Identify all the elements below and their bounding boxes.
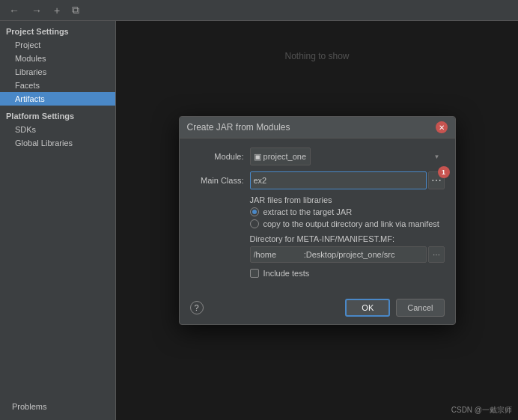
radio-copy[interactable]: copy to the output directory and link vi… (250, 219, 445, 228)
main-class-row: Main Class: ⋯ 1 (190, 171, 445, 189)
sidebar-item-artifacts[interactable]: Artifacts (0, 92, 115, 106)
directory-input[interactable] (250, 246, 427, 263)
dialog-close-button[interactable]: ✕ (436, 121, 448, 133)
main-layout: Project Settings Project Modules Librari… (0, 21, 518, 420)
dialog-body: Module: ▣ project_one Main Class: ⋯ 1 (180, 139, 455, 294)
platform-settings-header: Platform Settings (0, 106, 115, 123)
sidebar-item-global-libraries[interactable]: Global Libraries (0, 136, 115, 150)
back-button[interactable]: ← (6, 3, 22, 18)
ok-button[interactable]: OK (345, 299, 390, 317)
sidebar: Project Settings Project Modules Librari… (0, 21, 116, 420)
badge-1: 1 (438, 166, 450, 178)
toolbar: ← → + ⧉ (0, 0, 518, 21)
sidebar-bottom: Problems (0, 393, 115, 420)
sidebar-item-problems[interactable]: Problems (6, 399, 109, 414)
modal-overlay: Create JAR from Modules ✕ Module: ▣ proj… (116, 21, 518, 420)
include-tests-checkbox[interactable] (250, 269, 259, 278)
include-tests-row[interactable]: Include tests (250, 269, 445, 278)
sidebar-item-libraries[interactable]: Libraries (0, 65, 115, 79)
copy-button[interactable]: ⧉ (69, 2, 82, 18)
dialog-footer: ? OK Cancel (180, 294, 455, 324)
main-class-input-wrapper: ⋯ 1 (250, 171, 445, 189)
content-area: Nothing to show Create JAR from Modules … (116, 21, 518, 420)
main-class-label: Main Class: (190, 176, 250, 185)
sidebar-item-facets[interactable]: Facets (0, 79, 115, 92)
sidebar-item-sdks[interactable]: SDKs (0, 123, 115, 136)
module-select-wrapper: ▣ project_one (250, 147, 445, 165)
dialog-title: Create JAR from Modules (187, 122, 290, 133)
main-class-browse-button[interactable]: ⋯ 1 (428, 171, 445, 189)
directory-row: ⋯ (250, 246, 445, 263)
add-button[interactable]: + (51, 3, 63, 18)
dir-browse-icon: ⋯ (433, 251, 440, 259)
directory-browse-button[interactable]: ⋯ (428, 246, 445, 263)
footer-buttons: OK Cancel (345, 299, 444, 317)
directory-label: Directory for META-INF/MANIFEST.MF: (250, 234, 445, 243)
radio-extract-label: extract to the target JAR (263, 207, 353, 216)
module-row: Module: ▣ project_one (190, 147, 445, 165)
sidebar-item-project[interactable]: Project (0, 38, 115, 52)
module-label: Module: (190, 152, 250, 161)
radio-group: extract to the target JAR copy to the ou… (250, 207, 445, 228)
radio-extract-dot[interactable] (250, 207, 259, 216)
radio-copy-dot[interactable] (250, 219, 259, 228)
forward-button[interactable]: → (28, 3, 45, 18)
jar-section-label: JAR files from libraries (250, 195, 445, 204)
main-class-input[interactable] (250, 171, 427, 189)
project-settings-header: Project Settings (0, 21, 115, 38)
sidebar-item-modules[interactable]: Modules (0, 52, 115, 65)
radio-extract[interactable]: extract to the target JAR (250, 207, 445, 216)
cancel-button[interactable]: Cancel (396, 299, 444, 317)
module-select[interactable]: ▣ project_one (250, 147, 311, 165)
help-button[interactable]: ? (190, 301, 204, 314)
create-jar-dialog: Create JAR from Modules ✕ Module: ▣ proj… (179, 116, 456, 325)
include-tests-label: Include tests (263, 269, 310, 278)
radio-copy-label: copy to the output directory and link vi… (263, 219, 439, 228)
dialog-title-bar: Create JAR from Modules ✕ (180, 117, 455, 139)
watermark: CSDN @一戴宗师 (451, 405, 512, 416)
